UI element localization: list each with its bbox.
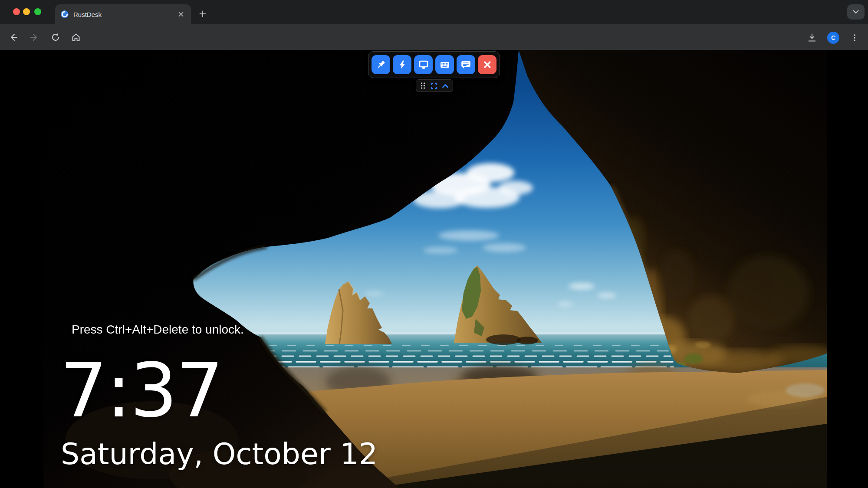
- back-button[interactable]: [6, 29, 21, 45]
- browser-tab[interactable]: RustDesk: [55, 4, 191, 24]
- downloads-button[interactable]: [804, 30, 820, 46]
- rustdesk-favicon-icon: [60, 10, 69, 19]
- fullscreen-icon[interactable]: [430, 82, 438, 90]
- close-session-button[interactable]: [478, 55, 496, 74]
- rustdesk-session-toolbar: [368, 51, 500, 78]
- keyboard-button[interactable]: [435, 55, 454, 74]
- tab-search-button[interactable]: [847, 4, 865, 20]
- lock-clock: 7:37: [60, 354, 222, 428]
- browser-menu-button[interactable]: [847, 30, 862, 46]
- home-button[interactable]: [68, 29, 84, 45]
- forward-button[interactable]: [26, 29, 42, 45]
- letterbox-right: [827, 50, 868, 488]
- lock-date: Saturday, October 12: [61, 439, 378, 469]
- new-tab-button[interactable]: [196, 7, 209, 20]
- display-settings-button[interactable]: [414, 55, 433, 74]
- profile-avatar[interactable]: C: [825, 30, 841, 46]
- rustdesk-mini-bar: [416, 79, 453, 92]
- drag-handle-icon[interactable]: [420, 82, 426, 89]
- letterbox-left: [0, 50, 43, 488]
- minimize-window-button[interactable]: [23, 8, 30, 15]
- collapse-toolbar-icon[interactable]: [442, 83, 449, 88]
- reload-button[interactable]: [48, 29, 63, 45]
- chat-button[interactable]: [457, 55, 475, 74]
- pin-toolbar-button[interactable]: [372, 55, 390, 74]
- tab-close-icon[interactable]: [176, 10, 186, 19]
- lock-instruction: Press Ctrl+Alt+Delete to unlock.: [72, 323, 244, 337]
- tab-title: RustDesk: [73, 11, 176, 18]
- wallpaper-tide-pool: [786, 383, 825, 397]
- actions-lightning-button[interactable]: [393, 55, 411, 74]
- browser-toolbar: rustdesk.com/web/ 1 H1 sg G 文: [0, 24, 868, 50]
- zoom-window-button[interactable]: [34, 8, 41, 15]
- titlebar: RustDesk: [0, 0, 868, 24]
- remote-desktop-viewport[interactable]: Press Ctrl+Alt+Delete to unlock. 7:37 Sa…: [0, 50, 868, 488]
- close-window-button[interactable]: [13, 8, 20, 15]
